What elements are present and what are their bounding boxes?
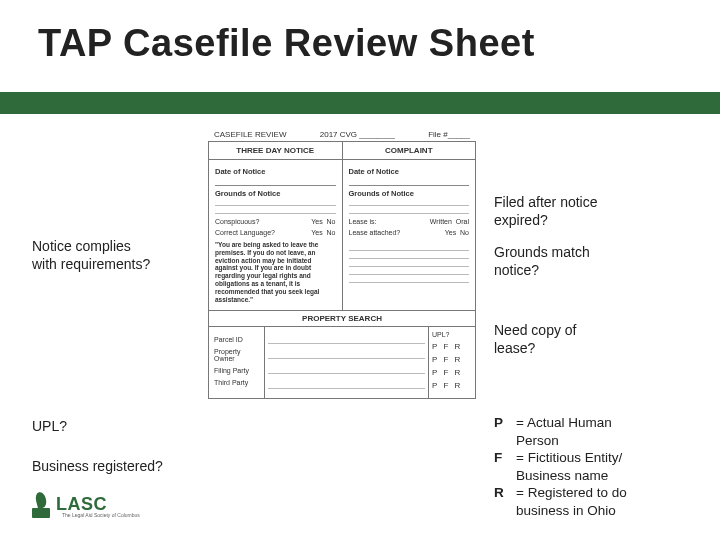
blank-line: [349, 207, 470, 214]
pfr-row: P F R: [432, 342, 472, 351]
legend-key-r: R: [494, 484, 516, 502]
pfr-row: P F R: [432, 381, 472, 390]
blank-line: [349, 260, 470, 267]
casefile-form: CASEFILE REVIEW 2017 CVG ________ File #…: [208, 130, 476, 502]
legend-def-r2: business in Ohio: [494, 502, 704, 520]
text-line: lease?: [494, 340, 535, 356]
lbl-upl: UPL?: [432, 331, 472, 338]
lbl-third-party: Third Party: [214, 379, 259, 386]
statutory-paragraph: "You are being asked to leave the premis…: [215, 241, 336, 303]
anno-need-copy: Need copy of lease?: [494, 322, 577, 357]
q-label: Lease attached?: [349, 229, 401, 236]
blank-line: [349, 178, 470, 186]
legend-def-f1: = Fictitious Entity/: [516, 449, 622, 467]
section-header-three-day-notice: THREE DAY NOTICE: [209, 142, 343, 159]
text-line: Filed after notice: [494, 194, 598, 210]
property-search-body: Parcel ID Property Owner Filing Party Th…: [209, 327, 475, 398]
anno-upl: UPL?: [32, 418, 67, 436]
anno-notice-complies: Notice complies with requirements?: [32, 238, 150, 273]
legend-def-f2: Business name: [494, 467, 704, 485]
text-line: Notice complies: [32, 238, 131, 254]
pfr-row: P F R: [432, 355, 472, 364]
legend-key-f: F: [494, 449, 516, 467]
lbl-grounds-of-notice-left: Grounds of Notice: [215, 189, 336, 198]
ps-labels: Parcel ID Property Owner Filing Party Th…: [209, 327, 265, 398]
text-line: with requirements?: [32, 256, 150, 272]
blank-line: [268, 382, 425, 389]
yes: Yes: [445, 229, 456, 236]
q-conspicuous: Conspicuous?Yes No: [215, 218, 336, 225]
blank-line: [349, 199, 470, 206]
page-title: TAP Casefile Review Sheet: [38, 22, 535, 65]
opt-oral: Oral: [456, 218, 469, 225]
blank-line: [215, 207, 336, 214]
slide: TAP Casefile Review Sheet Notice complie…: [0, 0, 720, 540]
no: No: [327, 229, 336, 236]
lbl-grounds-of-notice-right: Grounds of Notice: [349, 189, 470, 198]
q-label: Correct Language?: [215, 229, 275, 236]
legend-def-p1: = Actual Human: [516, 414, 612, 432]
opt-written: Written: [430, 218, 452, 225]
text-line: expired?: [494, 212, 548, 228]
blank-line: [215, 199, 336, 206]
blank-line: [268, 352, 425, 359]
lasc-flame-icon: [32, 490, 50, 518]
blank-line: [349, 244, 470, 251]
anno-filed-after: Filed after notice expired?: [494, 194, 598, 229]
lbl-parcel-id: Parcel ID: [214, 336, 259, 343]
blank-line: [268, 337, 425, 344]
legend-def-p2: Person: [494, 432, 704, 450]
text-line: notice?: [494, 262, 539, 278]
q-label: Lease is:: [349, 218, 377, 225]
q-label: Conspicuous?: [215, 218, 259, 225]
pfr-row: P F R: [432, 368, 472, 377]
text-line: Need copy of: [494, 322, 577, 338]
blank-line: [349, 276, 470, 283]
no: No: [327, 218, 336, 225]
lbl-date-of-notice-right: Date of Notice: [349, 167, 470, 176]
lasc-logo: LASC The Legal Aid Society of Columbus: [32, 490, 107, 518]
legend-key-p: P: [494, 414, 516, 432]
form-header-casefile-review: CASEFILE REVIEW: [214, 130, 286, 139]
blank-line: [349, 252, 470, 259]
col-three-day-notice: Date of Notice Grounds of Notice Conspic…: [209, 160, 343, 310]
legend-def-r1: = Registered to do: [516, 484, 627, 502]
lbl-filing-party: Filing Party: [214, 367, 259, 374]
section-header-property-search: PROPERTY SEARCH: [209, 310, 475, 327]
anno-grounds-match: Grounds match notice?: [494, 244, 590, 279]
form-header-cvg: 2017 CVG ________: [320, 130, 395, 139]
blank-line: [349, 268, 470, 275]
accent-bar: [0, 92, 720, 114]
anno-business-registered: Business registered?: [32, 458, 163, 476]
logo-subtext: The Legal Aid Society of Columbus: [62, 512, 140, 518]
yes: Yes: [311, 218, 322, 225]
blank-line: [215, 178, 336, 186]
section-header-complaint: COMPLAINT: [343, 142, 476, 159]
legend-pfr: P = Actual Human Person F = Fictitious E…: [494, 414, 704, 519]
yes: Yes: [311, 229, 322, 236]
q-correct-language: Correct Language?Yes No: [215, 229, 336, 236]
ps-pfr-column: UPL? P F R P F R P F R P F R: [429, 327, 475, 398]
form-header-fileno: File #_____: [428, 130, 470, 139]
lbl-property-owner: Property Owner: [214, 348, 259, 362]
blank-line: [268, 367, 425, 374]
q-lease-is: Lease is:Written Oral: [349, 218, 470, 225]
text-line: Grounds match: [494, 244, 590, 260]
lbl-date-of-notice-left: Date of Notice: [215, 167, 336, 176]
ps-blank-lines: [265, 327, 429, 398]
q-lease-attached: Lease attached?Yes No: [349, 229, 470, 236]
no: No: [460, 229, 469, 236]
col-complaint: Date of Notice Grounds of Notice Lease i…: [343, 160, 476, 310]
